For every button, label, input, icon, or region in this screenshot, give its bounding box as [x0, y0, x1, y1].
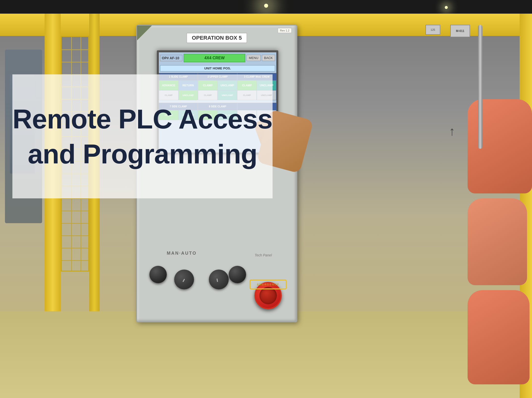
- sign-m011: M-011: [450, 25, 470, 37]
- hmi-unit-row: UNIT HOME POS.: [159, 63, 276, 73]
- fence-h14: [62, 211, 88, 211]
- ceiling-light-2: [445, 6, 448, 9]
- hmi-op-label: OP# AF-10: [160, 55, 182, 61]
- overlay-text-box: Remote PLC Access and Programming: [12, 74, 273, 198]
- hmi-top-bar: OP# AF-10 4X4 CREW MENU BACK: [159, 52, 276, 63]
- factory-floor: [0, 311, 532, 398]
- right-seats-area: [458, 74, 532, 298]
- hmi-crew-button[interactable]: 4X4 CREW: [184, 54, 245, 62]
- title-line-2: and Programming: [28, 139, 257, 169]
- ceiling-light: [264, 4, 268, 8]
- operation-box-label: OPERATION BOX 5: [187, 33, 247, 43]
- label-sticker-top: Rev 1.2: [278, 28, 292, 33]
- hmi-menu-button[interactable]: MENU: [247, 55, 260, 61]
- corner-triangle: [137, 26, 152, 40]
- fence-h2: [62, 62, 88, 62]
- wall-arrow-icon: ↑: [449, 124, 455, 138]
- seat-3: [468, 290, 530, 384]
- sign-125: 125: [425, 25, 440, 35]
- e-stop-inner: [259, 287, 277, 304]
- fence-h18: [62, 260, 88, 261]
- seat-1: [468, 99, 532, 193]
- knob-2[interactable]: [209, 270, 229, 289]
- e-stop-yellow-ring: EMERGENCY: [250, 279, 287, 289]
- fence-h15: [62, 223, 88, 224]
- tech-panel-label: Tech Panel: [254, 253, 272, 257]
- hmi-back-button[interactable]: BACK: [262, 55, 275, 61]
- title-line-1: Remote PLC Access: [13, 104, 273, 134]
- pipe-right: [478, 25, 482, 149]
- seat-2: [468, 198, 527, 285]
- emergency-stop-area: EMERGENCY: [254, 282, 282, 309]
- emergency-label: EMERGENCY: [257, 283, 279, 286]
- fence-h17: [62, 248, 88, 248]
- hmi-unit-home-button[interactable]: UNIT HOME POS.: [160, 65, 275, 71]
- background-scene: ↑ M-011 125 OPERATION BOX 5 OP# AF-10 4X…: [0, 0, 532, 398]
- man-auto-label: MAN·AUTO: [167, 251, 197, 256]
- fence-h16: [62, 235, 88, 236]
- fence-h1: [62, 49, 88, 50]
- black-button-2[interactable]: [229, 266, 246, 283]
- black-button-1[interactable]: [149, 266, 167, 283]
